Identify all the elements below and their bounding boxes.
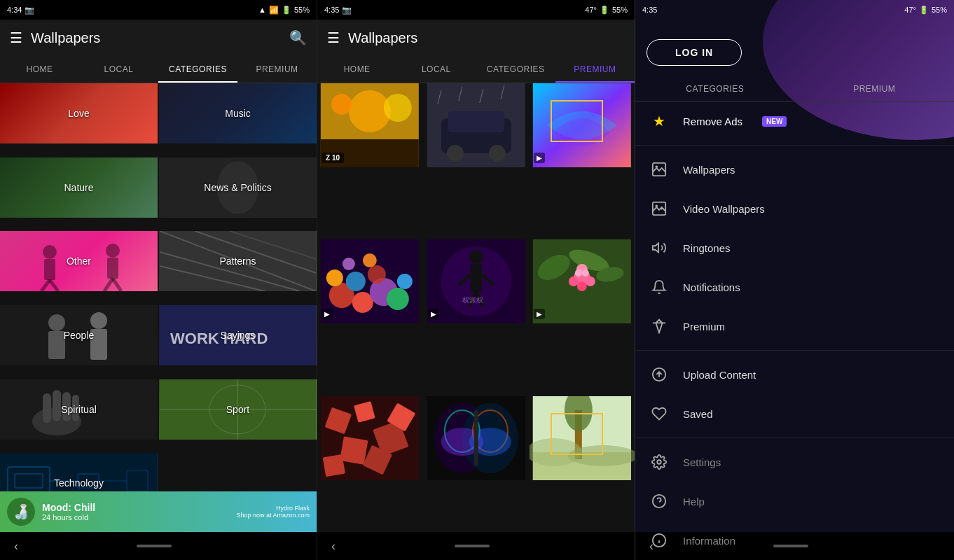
menu-item-ringtones[interactable]: Ringtones (635, 228, 954, 267)
tab-categories-2[interactable]: CATEGORIES (476, 56, 555, 83)
categories-grid: Love Music Nature News & Politics (0, 83, 317, 526)
selection-box-3 (551, 100, 603, 142)
premium-panel: 4:35 📷 47° 🔋 55% ☰ Wallpapers HOME LOCAL… (317, 0, 635, 560)
svg-point-66 (343, 258, 355, 270)
tab-categories-3[interactable]: CATEGORIES (635, 77, 795, 101)
menu-item-remove-ads[interactable]: ★ Remove Ads NEW (635, 102, 954, 141)
svg-point-49 (446, 145, 463, 162)
category-nature[interactable]: Nature (0, 158, 158, 218)
hamburger-icon-2[interactable]: ☰ (327, 29, 340, 46)
category-music-label: Music (159, 83, 317, 144)
separator-2 (635, 350, 954, 351)
home-indicator-1[interactable] (137, 545, 172, 547)
category-news[interactable]: News & Politics (159, 158, 317, 218)
ad-content: Mood: Chill 24 hours cold (42, 502, 95, 522)
wallpaper-item-4[interactable]: ▶ (317, 239, 422, 323)
svg-point-60 (346, 272, 366, 291)
wallpaper-item-8[interactable] (424, 396, 529, 480)
tab-premium-3[interactable]: PREMIUM (795, 77, 955, 101)
wallpaper-grid: Z 10 (317, 83, 635, 551)
category-patterns[interactable]: Patterns (159, 231, 317, 291)
menu-item-help[interactable]: Help (635, 482, 954, 521)
category-sayings-label: Sayings (159, 305, 317, 365)
menu-item-wallpapers[interactable]: Wallpapers (635, 150, 954, 189)
tab-local-1[interactable]: LOCAL (79, 56, 158, 83)
bell-icon (649, 277, 669, 297)
svg-rect-104 (473, 410, 478, 466)
nav-tabs-3: CATEGORIES PREMIUM (635, 77, 954, 102)
tab-categories-1[interactable]: CATEGORIES (158, 56, 237, 83)
battery-pct-2: 55% (612, 6, 628, 14)
category-people-label: People (0, 305, 158, 365)
category-sport[interactable]: Sport (159, 379, 317, 440)
star-icon: ★ (649, 111, 669, 131)
upload-icon (649, 365, 669, 384)
video-icon-6: ▶ (534, 309, 545, 319)
menu-item-information[interactable]: Information (635, 521, 954, 560)
menu-item-upload[interactable]: Upload Content (635, 355, 954, 394)
wallpaper-item-2[interactable] (424, 83, 529, 167)
svg-point-70 (469, 250, 483, 264)
category-news-label: News & Politics (159, 158, 317, 218)
wallpaper-item-9[interactable] (530, 396, 635, 480)
category-sayings[interactable]: WORK HARD Sayings (159, 305, 317, 365)
svg-point-65 (363, 253, 377, 267)
svg-point-45 (384, 94, 412, 122)
svg-point-84 (569, 276, 579, 286)
tab-premium-1[interactable]: PREMIUM (237, 56, 317, 83)
status-bar-3: 4:35 47° 🔋 55% (635, 0, 954, 20)
tab-home-1[interactable]: HOME (0, 56, 79, 83)
time-3: 4:35 (642, 6, 657, 14)
temp-3: 47° (904, 6, 916, 14)
category-other[interactable]: Other (0, 231, 158, 291)
status-bar-1: 4:34 📷 ▲ 📶 🔋 55% (0, 0, 317, 20)
saved-label: Saved (683, 408, 713, 420)
svg-rect-71 (470, 264, 481, 292)
category-spiritual-label: Spiritual (0, 379, 158, 440)
category-love-label: Love (0, 83, 158, 144)
tab-premium-2[interactable]: PREMIUM (555, 56, 635, 83)
image-icon (649, 160, 669, 179)
top-bar-2: ☰ Wallpapers (317, 20, 635, 56)
video-wallpapers-label: Video Wallpapers (683, 203, 765, 215)
menu-item-premium[interactable]: Premium (635, 307, 954, 346)
svg-point-61 (387, 288, 409, 310)
video-icon-4: ▶ (322, 309, 333, 319)
menu-item-video-wallpapers[interactable]: Video Wallpapers (635, 189, 954, 228)
time-1: 4:34 (7, 6, 22, 14)
category-spiritual[interactable]: Spiritual (0, 379, 158, 440)
hamburger-icon-1[interactable]: ☰ (10, 29, 22, 46)
ad-banner-1[interactable]: 🍶 Mood: Chill 24 hours cold Hydro Flask … (0, 491, 317, 532)
category-people[interactable]: People (0, 305, 158, 365)
separator-3 (635, 438, 954, 438)
search-icon-1[interactable]: 🔍 (289, 29, 307, 46)
sidebar-menu: ★ Remove Ads NEW Wallpapers (635, 102, 954, 560)
camera-icon-2: 📷 (342, 6, 352, 15)
status-bar-2: 4:35 📷 47° 🔋 55% (317, 0, 635, 20)
back-btn-2[interactable]: ‹ (331, 539, 336, 554)
home-indicator-2[interactable] (455, 545, 490, 547)
menu-item-settings[interactable]: Settings (635, 442, 954, 482)
svg-point-63 (368, 265, 386, 284)
new-badge: NEW (762, 116, 787, 127)
bottom-nav-1: ‹ (0, 532, 317, 560)
svg-point-87 (575, 270, 582, 276)
settings-label: Settings (683, 456, 721, 468)
tab-home-2[interactable]: HOME (317, 56, 396, 83)
wallpaper-item-3[interactable]: ▶ (530, 83, 635, 167)
menu-item-saved[interactable]: Saved (635, 394, 954, 433)
tab-local-2[interactable]: LOCAL (396, 56, 476, 83)
battery-pct-3: 55% (932, 6, 947, 14)
category-love[interactable]: Love (0, 83, 158, 144)
categories-panel: 4:34 📷 ▲ 📶 🔋 55% ☰ Wallpapers 🔍 HOME LOC… (0, 0, 317, 560)
wallpaper-item-5[interactable]: 权派权 ▶ (424, 239, 529, 323)
wallpaper-item-1[interactable]: Z 10 (317, 83, 422, 167)
category-music[interactable]: Music (159, 83, 317, 144)
menu-item-notifications[interactable]: Notifications (635, 267, 954, 307)
remove-ads-label: Remove Ads (683, 115, 742, 127)
wallpaper-item-6[interactable]: ▶ (530, 239, 635, 323)
wallpaper-item-7[interactable] (317, 396, 422, 480)
login-button[interactable]: LOG IN (647, 39, 742, 66)
ringtones-label: Ringtones (683, 242, 731, 254)
back-btn-1[interactable]: ‹ (14, 539, 18, 554)
